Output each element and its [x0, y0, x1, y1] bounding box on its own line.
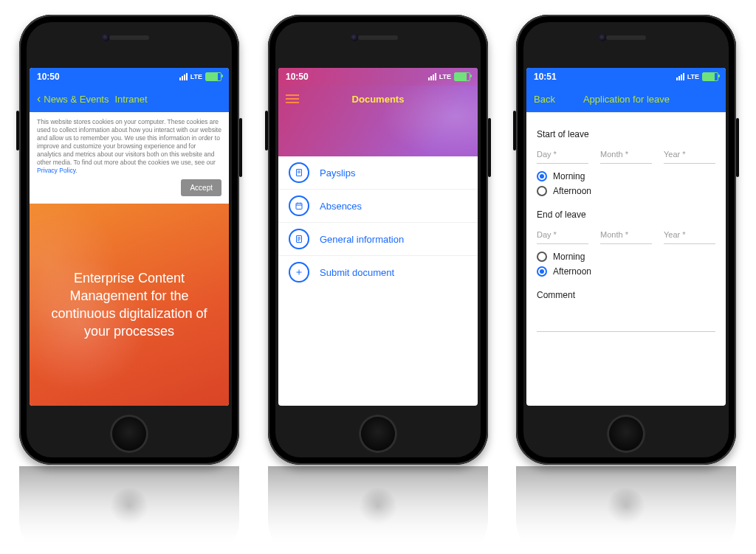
back-chevron-icon[interactable]: ‹: [37, 93, 41, 105]
documents-header: 10:50 LTE Documents: [278, 68, 478, 156]
nav-back-link[interactable]: News & Events: [44, 94, 109, 105]
document-icon: [289, 229, 309, 249]
screen-2: 10:50 LTE Documents: [278, 68, 478, 406]
signal-icon: [676, 73, 684, 80]
front-camera-icon: [102, 34, 109, 41]
end-of-leave-label: End of leave: [537, 210, 715, 220]
battery-icon: [205, 72, 221, 81]
comment-input[interactable]: [537, 312, 715, 332]
speaker-icon: [606, 35, 646, 40]
end-year-field[interactable]: Year *: [664, 227, 715, 244]
nav-back-link[interactable]: Back: [534, 94, 555, 105]
front-camera-icon: [351, 34, 358, 41]
radio-icon: [537, 252, 547, 262]
cookie-text: This website stores cookies on your comp…: [37, 118, 221, 175]
screen-1: 10:50 LTE ‹ News & Events Intranet This …: [30, 68, 229, 406]
list-item-absences[interactable]: Absences: [278, 190, 478, 223]
status-right: LTE: [428, 72, 470, 81]
plus-icon: [289, 262, 309, 283]
radio-icon: [537, 186, 547, 196]
start-afternoon-radio[interactable]: Afternoon: [537, 186, 715, 196]
document-icon: [289, 162, 309, 183]
status-net: LTE: [190, 73, 202, 80]
start-month-field[interactable]: Month *: [600, 147, 652, 164]
start-day-field[interactable]: Day *: [537, 147, 588, 164]
phone-reflection: [19, 466, 239, 554]
radio-label: Afternoon: [553, 266, 591, 277]
cookie-banner: This website stores cookies on your comp…: [30, 112, 229, 204]
status-net: LTE: [687, 73, 699, 80]
end-date-row: Day * Month * Year *: [537, 227, 715, 244]
start-date-row: Day * Month * Year *: [537, 147, 715, 164]
list-item-label: Absences: [320, 201, 362, 212]
screen-3: 10:51 LTE Back Application for leave Sta…: [526, 68, 726, 406]
phone-top-furniture: [19, 31, 239, 44]
documents-list: Payslips Absences General information: [278, 156, 478, 288]
comment-label: Comment: [537, 290, 715, 300]
phone-reflection: [268, 466, 488, 554]
calendar-icon: [289, 195, 309, 216]
hero-text: Enterprise Content Management for the co…: [41, 269, 217, 341]
phone-reflection: [516, 466, 736, 554]
home-button[interactable]: [607, 415, 645, 453]
speaker-icon: [109, 35, 149, 40]
end-month-field[interactable]: Month *: [600, 227, 652, 244]
radio-label: Morning: [553, 252, 585, 262]
nav-bar: Back Application for leave: [526, 86, 726, 112]
nav-title: Documents: [299, 94, 457, 105]
radio-icon: [537, 266, 547, 277]
list-item-submit-document[interactable]: Submit document: [278, 256, 478, 288]
end-afternoon-radio[interactable]: Afternoon: [537, 266, 715, 277]
start-morning-radio[interactable]: Morning: [537, 171, 715, 181]
status-time: 10:50: [37, 72, 60, 82]
phone-top-furniture: [516, 31, 736, 44]
nav-bar: ‹ News & Events Intranet: [30, 86, 229, 112]
end-morning-radio[interactable]: Morning: [537, 252, 715, 262]
front-camera-icon: [599, 34, 606, 41]
home-button[interactable]: [359, 415, 397, 453]
menu-icon[interactable]: [286, 94, 299, 103]
radio-label: Morning: [553, 171, 585, 181]
status-right: LTE: [676, 72, 718, 81]
svg-rect-3: [296, 204, 302, 210]
phone-top-furniture: [268, 31, 488, 44]
list-item-label: General information: [320, 234, 404, 245]
signal-icon: [428, 73, 436, 80]
radio-label: Afternoon: [553, 186, 591, 196]
status-net: LTE: [439, 73, 451, 80]
leave-form: Start of leave Day * Month * Year * Morn…: [526, 112, 726, 332]
start-of-leave-label: Start of leave: [537, 129, 715, 139]
privacy-policy-link[interactable]: Privacy Policy: [37, 167, 75, 174]
radio-icon: [537, 171, 547, 181]
list-item-label: Submit document: [320, 267, 394, 278]
status-time: 10:50: [286, 72, 309, 82]
list-item-general-info[interactable]: General information: [278, 223, 478, 256]
phone-frame-1: 10:50 LTE ‹ News & Events Intranet This …: [19, 15, 239, 465]
phone-frame-2: 10:50 LTE Documents: [268, 15, 488, 465]
start-year-field[interactable]: Year *: [664, 147, 715, 164]
list-item-payslips[interactable]: Payslips: [278, 156, 478, 190]
home-button[interactable]: [110, 415, 148, 453]
phone-frame-3: 10:51 LTE Back Application for leave Sta…: [516, 15, 736, 465]
end-day-field[interactable]: Day *: [537, 227, 588, 244]
status-right: LTE: [179, 72, 221, 81]
status-bar: 10:50 LTE: [278, 68, 478, 86]
status-bar: 10:51 LTE: [526, 68, 726, 86]
status-time: 10:51: [534, 72, 557, 82]
battery-icon: [702, 72, 718, 81]
battery-icon: [454, 72, 470, 81]
status-bar: 10:50 LTE: [30, 68, 229, 86]
accept-cookies-button[interactable]: Accept: [181, 179, 221, 196]
nav-title: Application for leave: [555, 94, 698, 105]
nav-bar: Documents: [278, 86, 478, 112]
signal-icon: [179, 73, 188, 80]
hero-banner: Enterprise Content Management for the co…: [30, 204, 229, 406]
speaker-icon: [358, 35, 398, 40]
list-item-label: Payslips: [320, 167, 355, 179]
nav-title: Intranet: [114, 94, 147, 105]
